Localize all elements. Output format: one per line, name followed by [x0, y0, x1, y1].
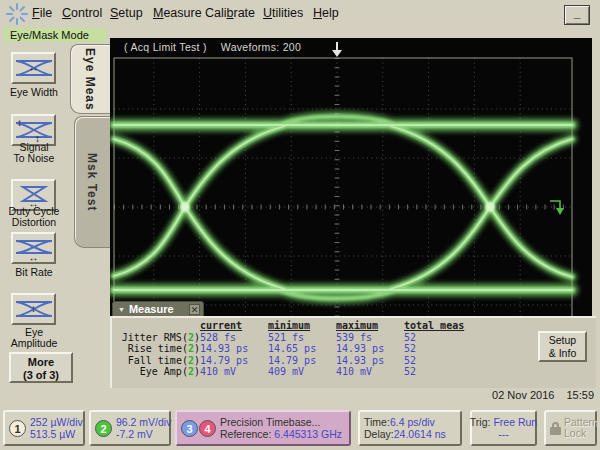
timebase-ref-value: 6.445313 GHz [274, 428, 342, 440]
menu-utilities[interactable]: Utilities [263, 6, 303, 20]
date-text: 02 Nov 2016 [492, 389, 554, 401]
measure-row-fall-time: Fall time(2) 14.79 ps 14.79 ps 14.93 ps … [114, 355, 488, 367]
minimize-button[interactable]: _ [564, 5, 590, 25]
minimize-icon: _ [574, 6, 581, 20]
tab-eye-meas[interactable]: Eye Meas [70, 44, 110, 114]
bit-rate-label: Bit Rate [0, 267, 68, 278]
more-button[interactable]: More(3 of 3) [9, 352, 73, 383]
channel-2-offset: -7.2 mV [116, 428, 171, 440]
measure-panel: current minimum maximum total meas Jitte… [110, 316, 596, 388]
trig-mode: Free Run [493, 416, 537, 428]
delay-value: 24.0614 ns [394, 428, 446, 440]
h-arrow-glyph: ↔ [29, 253, 39, 263]
agilent-logo-icon [6, 3, 28, 25]
time-text: 15:59 [566, 389, 594, 401]
timebase-ref-label: Reference: [220, 428, 271, 440]
oscilloscope-screen: File Control Setup Measure Calibrate Uti… [0, 0, 600, 450]
timebase-scale-button[interactable]: Time:6.4 ps/div Delay:24.0614 ns [358, 410, 462, 446]
time-label: Time: [364, 416, 390, 428]
menu-setup[interactable]: Setup [110, 6, 143, 20]
trig-label: Trig: [470, 416, 491, 428]
timebase-title: Precision Timebase... [220, 416, 342, 428]
menu-calibrate[interactable]: Calibrate [205, 6, 255, 20]
channel-3-badge: 3 [181, 420, 198, 437]
channel-4-badge: 4 [199, 420, 216, 437]
eye-width-button[interactable]: ↔ [11, 52, 56, 84]
menu-help[interactable]: Help [313, 6, 339, 20]
time-value: 6.4 ps/div [390, 416, 435, 428]
acquisition-status: ( Acq Limit Test )Waveforms: 200 [124, 41, 315, 53]
v-arrow-glyph: ↕ [17, 118, 22, 128]
channel-1-button[interactable]: 1 252 µW/div 513.5 µW [3, 410, 85, 446]
measure-table: current minimum maximum total meas Jitte… [114, 320, 488, 378]
measure-header-row: current minimum maximum total meas [114, 320, 488, 332]
setup-info-button[interactable]: Setup& Info [538, 331, 587, 362]
channel-2-badge: 2 [95, 420, 112, 437]
bit-rate-button[interactable]: ↔ [11, 232, 56, 264]
trig-detail: --- [498, 428, 509, 440]
h-arrow-glyph: ↔ [29, 63, 39, 73]
tab-msk-test[interactable]: Msk Test [74, 116, 110, 248]
measure-panel-tab[interactable]: ▼ Measure ✕ [112, 301, 204, 316]
waveforms-count: Waveforms: 200 [221, 41, 301, 53]
padlock-icon [550, 422, 561, 435]
eye-amplitude-label: EyeAmplitude [0, 327, 68, 349]
channel-marker-icon [550, 201, 564, 215]
channel-2-button[interactable]: 2 96.2 mV/div -7.2 mV [89, 410, 171, 446]
v-arrow-glyph: ↕ [31, 304, 36, 314]
measure-panel-title: Measure [129, 303, 189, 315]
menu-measure[interactable]: Measure [153, 6, 202, 20]
duty-cycle-distortion-label: Duty CycleDistortion [0, 206, 68, 228]
delay-label: Delay: [364, 428, 394, 440]
sidebar: ↔ Eye Width ↕ ↕ SignalTo Noise ↔ Duty Cy… [0, 42, 110, 405]
signal-to-noise-label: SignalTo Noise [0, 142, 68, 164]
measure-row-jitter-rms: Jitter RMS(2) 528 fs 521 fs 539 fs 52 [114, 332, 488, 344]
menu-file[interactable]: File [32, 6, 52, 20]
acq-limit-label: ( Acq Limit Test ) [124, 41, 207, 53]
eye-width-label: Eye Width [0, 87, 68, 98]
close-icon[interactable]: ✕ [189, 304, 200, 315]
channel-1-offset: 513.5 µW [30, 428, 83, 440]
trigger-button[interactable]: Trig: Free Run --- [470, 410, 537, 446]
channel-1-scale: 252 µW/div [30, 416, 83, 428]
mode-indicator: Eye/Mask Mode [4, 28, 106, 42]
chevron-down-icon[interactable]: ▼ [118, 306, 125, 313]
channel-1-badge: 1 [9, 420, 26, 437]
datetime-display: 02 Nov 201615:59 [492, 389, 594, 401]
menu-control[interactable]: Control [62, 6, 102, 20]
channel-2-scale: 96.2 mV/div [116, 416, 171, 428]
trigger-marker-icon [332, 42, 342, 57]
measure-row-eye-amp: Eye Amp(2) 410 mV 409 mV 410 mV 52 [114, 366, 488, 378]
pattern-lock-button[interactable]: Pattern Lock [544, 410, 597, 446]
eye-amplitude-button[interactable]: ↕ [11, 293, 56, 325]
menu-bar: File Control Setup Measure Calibrate Uti… [0, 0, 600, 28]
precision-timebase-button[interactable]: 3 4 Precision Timebase... Reference: 6.4… [175, 410, 351, 446]
status-bar: 1 252 µW/div 513.5 µW 2 96.2 mV/div -7.2… [0, 405, 600, 450]
measure-row-rise-time: Rise time(2) 14.93 ps 14.65 ps 14.93 ps … [114, 343, 488, 355]
